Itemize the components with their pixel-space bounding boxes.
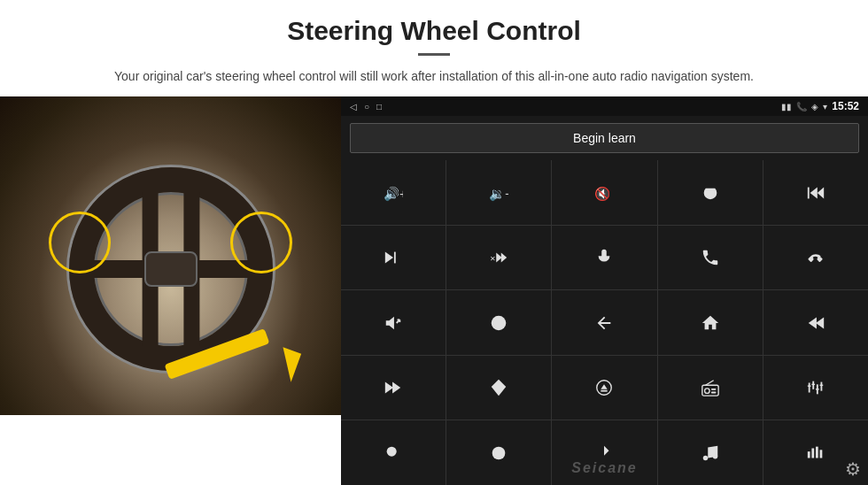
icon-grid: 🔊+ 🔉− 🔇 <box>341 160 868 485</box>
svg-text:✕: ✕ <box>490 255 496 263</box>
search-cell[interactable] <box>341 420 446 485</box>
home-cell[interactable] <box>658 290 763 355</box>
wheel-hub <box>144 251 198 287</box>
subtitle: Your original car's steering wheel contr… <box>97 66 771 86</box>
mic-cell[interactable] <box>552 226 656 290</box>
svg-line-48 <box>600 450 605 456</box>
eq-cell[interactable] <box>763 356 868 420</box>
signal-bars-icon: ▮▮ <box>781 102 792 112</box>
svg-text:360°: 360° <box>496 320 506 326</box>
begin-learn-button[interactable]: Begin learn <box>350 123 859 153</box>
status-left: ◁ ○ □ <box>350 102 382 112</box>
music-cell[interactable] <box>658 420 763 485</box>
vol-down-cell[interactable]: 🔉− <box>446 160 551 225</box>
home-nav-icon[interactable]: □ <box>376 102 382 112</box>
content-row: ◁ ○ □ ▮▮ 📞 ◈ ▾ 15:52 Begin learn <box>0 96 868 485</box>
android-panel: ◁ ○ □ ▮▮ 📞 ◈ ▾ 15:52 Begin learn <box>341 96 868 485</box>
prev-track-cell[interactable] <box>763 160 868 225</box>
settings-knob-cell[interactable] <box>446 420 551 485</box>
settings-gear-icon[interactable]: ⚙ <box>845 458 861 480</box>
svg-marker-25 <box>392 382 400 394</box>
svg-rect-3 <box>808 187 810 198</box>
clock: 15:52 <box>832 100 859 112</box>
wifi-icon: ▾ <box>823 102 827 112</box>
horn-cell[interactable] <box>341 290 446 355</box>
svg-rect-53 <box>816 446 818 458</box>
svg-point-50 <box>712 454 717 459</box>
back-nav-icon[interactable]: ◁ <box>350 102 357 112</box>
radio-cell[interactable] <box>658 356 763 420</box>
svg-text:🔊+: 🔊+ <box>384 185 403 201</box>
svg-point-49 <box>702 455 708 460</box>
phone-status-icon: 📞 <box>796 102 807 112</box>
ff-next-cell[interactable]: ✕ <box>446 226 551 290</box>
svg-point-45 <box>497 450 502 456</box>
next-cell[interactable] <box>341 226 446 290</box>
button-highlight-left <box>49 212 111 273</box>
begin-learn-row: Begin learn <box>341 116 868 160</box>
svg-marker-6 <box>385 252 393 264</box>
svg-point-43 <box>387 446 397 456</box>
vol-up-cell[interactable]: 🔊+ <box>341 160 446 225</box>
steering-photo <box>0 96 341 415</box>
svg-marker-5 <box>818 187 824 198</box>
page-wrapper: Steering Wheel Control Your original car… <box>0 0 868 485</box>
nav-cell[interactable] <box>446 356 551 420</box>
svg-rect-51 <box>808 451 810 458</box>
svg-marker-28 <box>601 385 608 390</box>
hang-up-cell[interactable] <box>763 226 868 290</box>
phone-cell[interactable] <box>658 226 763 290</box>
eject-cell[interactable] <box>552 356 656 420</box>
svg-line-34 <box>705 381 713 386</box>
svg-marker-4 <box>810 187 817 198</box>
svg-rect-32 <box>711 389 717 390</box>
bluetooth-cell[interactable] <box>552 420 656 485</box>
location-icon: ◈ <box>811 102 818 112</box>
status-right: ▮▮ 📞 ◈ ▾ 15:52 <box>781 100 859 112</box>
svg-marker-24 <box>385 382 393 394</box>
svg-rect-29 <box>601 390 608 392</box>
svg-rect-52 <box>811 448 814 458</box>
svg-rect-7 <box>394 252 396 264</box>
skip-fwd-cell[interactable] <box>341 356 446 420</box>
svg-marker-26 <box>492 380 507 396</box>
svg-text:🔉−: 🔉− <box>489 185 508 201</box>
header-section: Steering Wheel Control Your original car… <box>0 0 868 96</box>
svg-marker-22 <box>816 317 824 328</box>
360-cell[interactable]: 360° <box>446 290 551 355</box>
svg-marker-10 <box>501 253 507 263</box>
back-cell[interactable] <box>552 290 656 355</box>
rewind-prev-cell[interactable] <box>763 290 868 355</box>
mute-cell[interactable]: 🔇 <box>552 160 656 225</box>
svg-point-31 <box>704 389 709 394</box>
svg-marker-14 <box>386 316 394 329</box>
svg-rect-33 <box>711 392 717 394</box>
svg-marker-9 <box>497 253 502 263</box>
button-highlight-right <box>230 212 292 273</box>
svg-text:🔇: 🔇 <box>594 185 611 201</box>
svg-marker-23 <box>809 317 817 328</box>
svg-rect-54 <box>819 450 822 458</box>
power-cell[interactable] <box>658 160 763 225</box>
recent-apps-icon[interactable]: ○ <box>364 102 369 112</box>
page-title: Steering Wheel Control <box>53 16 815 46</box>
title-divider <box>418 53 450 56</box>
status-bar: ◁ ○ □ ▮▮ 📞 ◈ ▾ 15:52 <box>341 96 868 116</box>
